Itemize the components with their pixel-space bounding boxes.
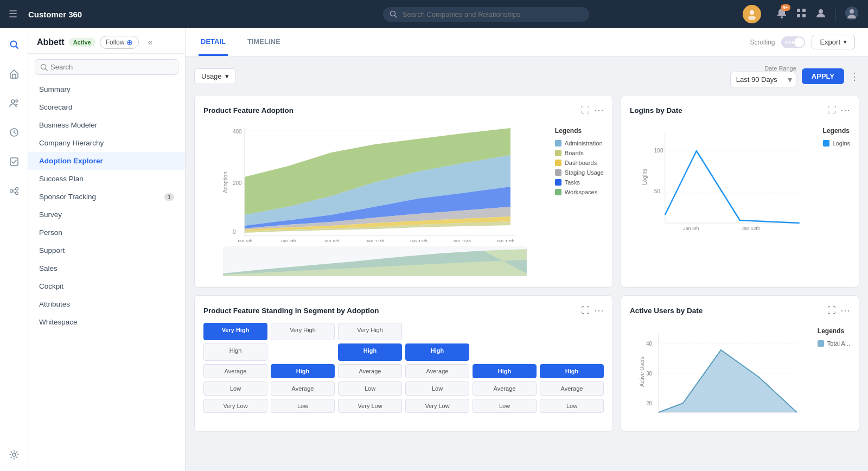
sidebar-item-sales[interactable]: Sales (28, 259, 185, 277)
sidebar-icon-settings[interactable] (4, 445, 24, 464)
date-range-label: Date Range (764, 65, 796, 72)
sidebar-icon-checklist[interactable] (4, 152, 24, 171)
sidebar-item-label: Whitespace (39, 318, 78, 326)
legend-label: Total A... (827, 340, 850, 347)
standing-cell: High (271, 364, 335, 378)
account-icon[interactable] (844, 5, 859, 23)
sidebar-item-label: Summary (39, 85, 71, 93)
chart-more-icon[interactable]: ⋯ (594, 304, 604, 316)
nav-sidebar: Abbett Active Follow ⊕ « SummaryScorecar… (28, 28, 186, 471)
svg-point-4 (781, 16, 783, 18)
sidebar-item-person[interactable]: Person (28, 224, 185, 241)
svg-text:Adoption: Adoption (222, 171, 228, 193)
sidebar-icon-search[interactable] (4, 35, 24, 54)
sidebar-item-whitespace[interactable]: Whitespace (28, 313, 185, 331)
standing-cell: Very High (271, 323, 335, 340)
svg-text:30: 30 (646, 371, 653, 377)
notification-icon[interactable]: 9+ (776, 8, 787, 21)
tab-detail[interactable]: DETAIL (199, 28, 228, 56)
top-navigation: ☰ Customer 360 9+ (0, 0, 868, 28)
apply-button[interactable]: APPLY (802, 68, 844, 84)
sidebar-icon-connect[interactable] (4, 181, 24, 201)
nav-items: SummaryScorecardBusiness ModelerCompany … (28, 80, 185, 331)
scrolling-label: Scrolling (750, 39, 775, 46)
nav-search-container (28, 54, 185, 80)
svg-line-26 (46, 68, 48, 71)
global-search-input[interactable] (383, 7, 589, 22)
logins-by-date-card: Logins by Date ⛶ ⋯ 100 50 (621, 95, 859, 288)
chart-actions: ⛶ ⋯ (827, 304, 850, 316)
legend-label: Workspaces (565, 189, 597, 195)
chart-actions: ⛶ ⋯ (581, 304, 604, 316)
standing-cell: Average (473, 381, 537, 396)
tab-timeline[interactable]: TIMELINE (245, 28, 283, 56)
sidebar-icon-home[interactable] (4, 64, 24, 84)
active-users-with-legend: 40 30 20 (630, 323, 850, 423)
chart-more-icon[interactable]: ⋯ (840, 304, 850, 316)
legend-dot (823, 140, 829, 147)
sidebar-icon-users[interactable] (4, 93, 24, 113)
sidebar-item-summary[interactable]: Summary (28, 80, 185, 98)
expand-icon[interactable]: ⛶ (581, 105, 590, 115)
sidebar-item-sponsor-tracking[interactable]: Sponsor Tracking1 (28, 188, 185, 206)
standing-cell: Average (271, 381, 335, 396)
export-chevron-icon: ▾ (844, 39, 847, 46)
nav-search-input[interactable] (35, 59, 178, 75)
standing-cell: High (540, 364, 604, 378)
user-avatar[interactable] (743, 5, 761, 23)
svg-text:40: 40 (646, 341, 653, 347)
export-button[interactable]: Export ▾ (812, 35, 855, 49)
expand-icon[interactable]: ⛶ (827, 105, 836, 115)
svg-text:Active Users: Active Users (639, 357, 645, 387)
svg-point-11 (850, 9, 854, 14)
legend-dot (555, 179, 561, 186)
svg-text:0: 0 (233, 229, 236, 235)
usage-chevron-icon: ▾ (225, 72, 229, 80)
grid-icon[interactable] (796, 8, 807, 21)
more-options-icon[interactable]: ⋮ (850, 71, 859, 82)
legend-boards: Boards (555, 150, 604, 156)
product-feature-adoption-card: Product Feature Adoption ⛶ ⋯ 400 200 (194, 95, 613, 288)
svg-point-21 (15, 192, 18, 195)
follow-button[interactable]: Follow ⊕ (100, 36, 139, 49)
sidebar-item-survey[interactable]: Survey (28, 206, 185, 224)
sidebar-item-attributes[interactable]: Attributes (28, 295, 185, 313)
sidebar-item-success-plan[interactable]: Success Plan (28, 170, 185, 188)
sidebar-item-support[interactable]: Support (28, 241, 185, 259)
svg-text:200: 200 (233, 180, 242, 186)
legend-dot (818, 340, 824, 347)
sidebar-item-business-modeler[interactable]: Business Modeler (28, 116, 185, 134)
expand-icon[interactable]: ⛶ (581, 305, 590, 315)
chart-title: Product Feature Adoption (203, 106, 293, 114)
chart-title: Logins by Date (630, 106, 682, 114)
follow-plus-icon: ⊕ (126, 38, 133, 47)
sidebar-item-adoption-explorer[interactable]: Adoption Explorer (28, 152, 185, 170)
legend-staging: Staging Usage (555, 169, 604, 176)
svg-point-24 (12, 453, 16, 456)
svg-point-12 (10, 41, 16, 47)
chart-more-icon[interactable]: ⋯ (594, 104, 604, 116)
sidebar-item-label: Survey (39, 211, 62, 219)
sidebar-item-company-hierarchy[interactable]: Company Hierarchy (28, 134, 185, 152)
expand-icon[interactable]: ⛶ (827, 305, 836, 315)
sidebar-item-cockpit[interactable]: Cockpit (28, 277, 185, 295)
legend-label: Administration (565, 140, 603, 147)
sidebar-icon-clock[interactable] (4, 123, 24, 142)
standing-cell: High (405, 343, 469, 361)
standing-cell: Low (203, 381, 267, 396)
scrolling-toggle[interactable]: OFF (781, 36, 805, 48)
collapse-icon[interactable]: « (148, 37, 152, 47)
usage-dropdown[interactable]: Usage ▾ (194, 68, 236, 84)
sidebar-item-scorecard[interactable]: Scorecard (28, 98, 185, 116)
profile-icon[interactable] (815, 8, 826, 21)
chart-actions: ⛶ ⋯ (581, 104, 604, 116)
chart-header: Logins by Date ⛶ ⋯ (630, 104, 850, 116)
standings-grid-container: Very HighVery HighVery HighHighHighHighA… (203, 323, 604, 413)
date-range-select[interactable]: Last 7 DaysLast 30 DaysLast 90 DaysLast … (730, 72, 796, 87)
chart-more-icon[interactable]: ⋯ (840, 104, 850, 116)
legend-label: Logins (833, 140, 850, 147)
hamburger-icon[interactable]: ☰ (9, 8, 17, 20)
svg-line-23 (12, 192, 15, 193)
legend-dashboards: Dashboards (555, 160, 604, 166)
legend-logins: Logins (823, 140, 850, 147)
